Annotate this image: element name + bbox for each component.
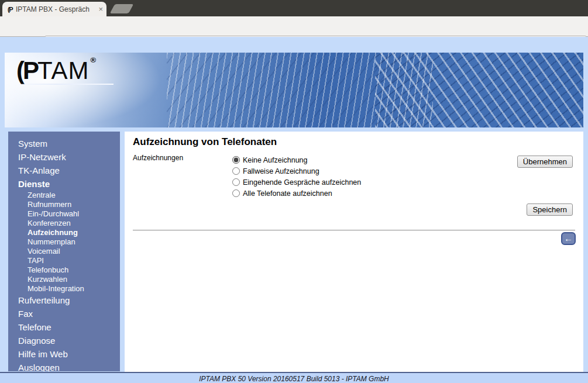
sidebar-item-tapi[interactable]: TAPI — [8, 256, 120, 265]
sidebar-item-fax[interactable]: Fax — [8, 307, 120, 320]
radio-label: Keine Aufzeichnung — [243, 156, 308, 164]
radio-option-fallweise-aufzeichnung[interactable]: Fallweise Aufzeichnung — [232, 165, 361, 177]
page-title: Aufzeichnung von Telefonaten — [133, 136, 277, 148]
logo-ip-part: (P — [16, 57, 37, 84]
page-footer: IPTAM PBX 50 Version 20160517 Build 5013… — [0, 372, 588, 383]
radio-input-eingehende-gespraeche[interactable] — [232, 178, 240, 186]
content-divider — [133, 230, 575, 231]
banner-image: (PTAM® — [5, 53, 583, 127]
sidebar-item-dienste[interactable]: Dienste — [8, 177, 120, 191]
sidebar-item-telefonbuch[interactable]: Telefonbuch — [8, 265, 120, 275]
sidebar-item-voicemail[interactable]: Voicemail — [8, 247, 120, 256]
browser-tab-strip: (P IPTAM PBX - Gespräch × — [0, 0, 588, 16]
sidebar-item-ip-netzwerk[interactable]: IP-Netzwerk — [8, 150, 120, 164]
sidebar-item-diagnose[interactable]: Diagnose — [8, 334, 120, 347]
radio-label: Fallweise Aufzeichnung — [243, 167, 319, 175]
tab-close-icon[interactable]: × — [98, 5, 103, 13]
sidebar-item-system[interactable]: System — [8, 137, 120, 150]
sidebar-item-kurzwahlen[interactable]: Kurzwahlen — [8, 275, 120, 284]
banner-grid-decoration — [375, 53, 583, 127]
sidebar-item-hilfe-im-web[interactable]: Hilfe im Web — [8, 347, 120, 361]
registered-trademark-symbol: ® — [91, 56, 97, 64]
sidebar-item-ein-durchwahl[interactable]: Ein-/Durchwahl — [8, 209, 120, 219]
sidebar-item-tk-anlage[interactable]: TK-Anlage — [8, 164, 120, 177]
logo-underline — [19, 84, 114, 85]
back-arrow-button[interactable]: ← — [561, 232, 576, 245]
sidebar-navigation: System IP-Netzwerk TK-Anlage Dienste Zen… — [8, 132, 120, 371]
sidebar-item-konferenzen[interactable]: Konferenzen — [8, 219, 120, 228]
radio-option-eingehende-gespraeche[interactable]: Eingehende Gespräche aufzeichnen — [232, 177, 361, 188]
new-tab-button[interactable] — [110, 4, 134, 13]
sidebar-item-nummernplan[interactable]: Nummernplan — [8, 237, 120, 247]
browser-toolbar: 192.168.10.70/admin/records — [0, 16, 588, 37]
logo-tam-part: TAM — [37, 57, 90, 84]
radio-label: Alle Telefonate aufzeichnen — [243, 189, 332, 198]
iptam-logo: (PTAM® — [16, 56, 96, 85]
save-button[interactable]: Speichern — [527, 203, 573, 216]
sidebar-item-aufzeichnung[interactable]: Aufzeichnung — [8, 228, 120, 237]
sidebar-item-telefone[interactable]: Telefone — [8, 320, 120, 334]
radio-option-keine-aufzeichnung[interactable]: Keine Aufzeichnung — [232, 154, 361, 165]
sidebar-item-zentrale[interactable]: Zentrale — [8, 191, 120, 200]
radio-label: Eingehende Gespräche aufzeichnen — [243, 178, 361, 187]
radio-option-alle-telefonate[interactable]: Alle Telefonate aufzeichnen — [232, 188, 361, 199]
version-text: IPTAM PBX 50 Version 20160517 Build 5013… — [199, 375, 389, 383]
back-arrow-icon: ← — [564, 233, 573, 243]
radio-input-fallweise-aufzeichnung[interactable] — [232, 167, 240, 175]
sidebar-item-ausloggen[interactable]: Ausloggen — [8, 361, 120, 371]
tab-title: IPTAM PBX - Gespräch — [16, 5, 96, 13]
iptam-favicon-icon: (P — [8, 6, 12, 13]
recording-radio-group: Keine Aufzeichnung Fallweise Aufzeichnun… — [232, 154, 361, 199]
sidebar-item-mobil-integration[interactable]: Mobil-Integration — [8, 284, 120, 294]
radio-input-alle-telefonate[interactable] — [232, 189, 240, 197]
browser-tab[interactable]: (P IPTAM PBX - Gespräch × — [2, 2, 106, 16]
field-label: Aufzeichnungen — [133, 154, 183, 162]
sidebar-item-rufnummern[interactable]: Rufnummern — [8, 200, 120, 209]
sidebar-item-rufverteilung[interactable]: Rufverteilung — [8, 294, 120, 307]
radio-input-keine-aufzeichnung[interactable] — [232, 156, 240, 164]
apply-button[interactable]: Übernehmen — [517, 156, 573, 168]
